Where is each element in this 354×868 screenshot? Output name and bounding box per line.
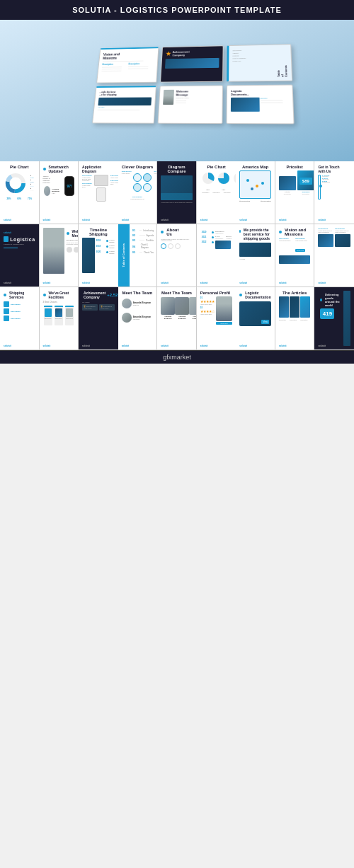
footer-brand-1: solutsit xyxy=(4,219,11,221)
articles-title: The Articles xyxy=(279,291,311,295)
delivering-img xyxy=(343,291,350,346)
choice-1: Description xyxy=(44,306,52,325)
page-header: SOLUTIA - LOGISTICS POWERPOINT TEMPLATE xyxy=(0,0,354,20)
blue-dot-smartwatch xyxy=(43,168,46,170)
footer-brand-2: solutsit xyxy=(43,219,51,221)
meet-team-1-title: Meet The Team xyxy=(122,291,154,295)
price-value: $89 xyxy=(299,178,312,185)
pricelist-title: Pricelist xyxy=(279,165,311,169)
p-slide-welcome[interactable]: WelcomeMessage Fernando Trujillo xyxy=(158,85,223,124)
slide-description[interactable]: Description Lorem ipsum dolor sit amet c… xyxy=(314,224,354,287)
footer-brand-4: solutsit xyxy=(122,219,130,221)
slide-welcome-2[interactable]: WelcomeMessage Fernando Trujillo Lorem i… xyxy=(40,224,79,287)
profil-photo xyxy=(216,296,233,321)
footer-brand-24: solutsit xyxy=(200,345,208,347)
footer-brand-20: solutsit xyxy=(43,345,51,347)
shipping-services-title: ShippingServices xyxy=(9,291,24,299)
gfx-brand: gfxmarket xyxy=(163,354,191,361)
row-4: solutsit Logistica Logistics & Transport… xyxy=(0,224,118,287)
slide-delivering[interactable]: Delivering goodsaround the world 419 sol… xyxy=(314,287,354,349)
row-1: Pie Chart ● 13% ● 49% ● 25% ● 13% xyxy=(0,161,118,224)
phone-image xyxy=(96,187,106,202)
app-diagram-title: Application Diagram xyxy=(82,165,115,173)
slide-smartwatch[interactable]: SmartwatchUpdated Time ismoney inshippin… xyxy=(40,161,79,224)
achievement-stat: +2,523 xyxy=(107,293,118,297)
slide-best-service[interactable]: We provide the best service for shipping… xyxy=(236,224,275,287)
timeline-img xyxy=(82,238,94,273)
slide-get-in-touch[interactable]: Get in Touchwith Us ● Location Lorem ips… xyxy=(314,161,354,224)
footer-brand-23: solutsit xyxy=(161,345,169,347)
mini-pie-2 xyxy=(216,170,232,186)
avatar-smartwatch xyxy=(44,186,51,196)
slide-personal-profil[interactable]: Personal Profil 01 ★★★★★ Lorem ipsum dol… xyxy=(197,287,236,349)
slide-logistic-doc-2[interactable]: LogisticDocumentation View solutsit xyxy=(236,287,275,349)
gfx-watermark-bar: gfxmarket xyxy=(0,350,354,364)
footer-brand-15: solutsit xyxy=(200,282,208,284)
row-6: We provide the best service for shipping… xyxy=(236,224,354,287)
star-icon xyxy=(166,51,171,56)
achievement-title: AchievementCompany xyxy=(84,291,105,299)
p-slide-vision[interactable]: Vision and Missions Description Descript… xyxy=(96,47,159,83)
article-img-3 xyxy=(300,296,310,318)
slide-pricelist[interactable]: Pricelist Starter Description $89 Standa… xyxy=(275,161,315,224)
personal-profil-title: Personal Profil xyxy=(200,291,233,295)
slide-america-map[interactable]: America Map ● Description ● Description … xyxy=(236,161,275,224)
slide-meet-team-1[interactable]: Meet The Team Amanda Bingman Director Am… xyxy=(118,287,158,349)
slides-grid: Pie Chart ● 13% ● 49% ● 25% ● 13% xyxy=(0,161,354,350)
logistica-brand: Logistica xyxy=(10,237,35,242)
clover-diagram xyxy=(133,173,152,192)
slide-facilities[interactable]: We've GreatFacilities 3 Best Choices Des… xyxy=(40,287,79,349)
p-slide-achievement[interactable]: AchievementCompany xyxy=(160,45,224,82)
slide-about-us[interactable]: AboutUs Shipping better is always the dr… xyxy=(157,224,197,287)
row-9: LogisticDocumentation View solutsit The … xyxy=(236,287,354,350)
footer-brand-9: solutsit xyxy=(318,219,326,221)
footer-brand-26: solutsit xyxy=(279,345,287,347)
team-photo-3 xyxy=(189,297,197,315)
slide-meet-team-2[interactable]: Meet The Team Amanda Bingman Amanda Bing… xyxy=(157,287,197,349)
map-area xyxy=(239,170,271,199)
p-slide-logistic-doc[interactable]: LogisticDocumenta... Description xyxy=(227,84,295,124)
person-figure xyxy=(163,89,174,104)
row-7: ShippingServices Description Description… xyxy=(0,287,118,350)
vision-img xyxy=(279,255,311,264)
slide-shipping-services[interactable]: ShippingServices Description Description… xyxy=(0,287,40,349)
facilities-title: We've GreatFacilities xyxy=(49,291,69,299)
footer-brand-6: solutsit xyxy=(200,219,208,221)
header-title: SOLUTIA - LOGISTICS POWERPOINT TEMPLATE xyxy=(72,6,282,14)
footer-brand-27: solutsit xyxy=(318,345,326,347)
footer-brand-8: solutsit xyxy=(279,219,287,221)
slide-logistica[interactable]: solutsit Logistica Logistics & Transport… xyxy=(0,224,40,287)
about-us-title: AboutUs xyxy=(166,228,178,236)
row-8: Meet The Team Amanda Bingman Director Am… xyxy=(118,287,236,350)
footer-brand-16: solutsit xyxy=(239,282,247,284)
slide-timeline[interactable]: Timeline Shipping 2018 Lorem ipsum 2019 … xyxy=(79,224,118,287)
touch-map xyxy=(318,175,321,199)
footer-brand-7: solutsit xyxy=(239,219,247,221)
perspective-grid: Vision and Missions Description Descript… xyxy=(92,44,295,124)
p-slide-shipping[interactable]: ...vide the best...e for shipping Air pl… xyxy=(92,86,156,123)
slide-toc[interactable]: Table of Contents 01 Introducing 02 Agen… xyxy=(118,224,158,287)
get-in-touch-title: Get in Touchwith Us xyxy=(318,165,350,173)
slide-timeline-2[interactable]: 2020 Description Lorem ipsum 2021 1,423 xyxy=(197,224,236,287)
person-image-2 xyxy=(43,228,64,274)
slide-diagram-compare[interactable]: Diagram Compare Lorem ipsum dolor sit am… xyxy=(157,161,197,224)
footer-brand-18: solutsit xyxy=(318,282,326,284)
slide-pie-chart-main[interactable]: Pie Chart ● 13% ● 49% ● 25% ● 13% xyxy=(0,161,40,224)
welcome-2-title: WelcomeMessage xyxy=(72,229,79,238)
slide-pie-chart-2[interactable]: Pie Chart 33% 75% xyxy=(197,161,236,224)
meet-team-2-title: Meet The Team xyxy=(161,291,193,295)
best-service-img xyxy=(239,243,271,257)
footer-brand-10: solutsit xyxy=(4,282,11,284)
delivering-title: Delivering goodsaround the world xyxy=(325,293,340,307)
slide-achievement-company[interactable]: AchievementCompany +2,523 Our Medals 🏆 D… xyxy=(79,287,118,349)
slide-clover[interactable]: Clover Diagram Description Lorem ipsum D… xyxy=(118,161,158,224)
slide-articles[interactable]: The Articles Description Description Des… xyxy=(275,287,315,349)
diagram-compare-title: Diagram Compare xyxy=(161,165,193,173)
logo-mark xyxy=(4,236,8,242)
footer-brand-13: solutsit xyxy=(122,282,130,284)
avatar-1 xyxy=(122,299,132,308)
timeline-title: Timeline Shipping xyxy=(82,228,115,236)
slide-vision-2[interactable]: Vision andMissions Description Lorem ips… xyxy=(275,224,315,287)
p-slide-toc[interactable]: TableofContents Introducing Agenda Portf… xyxy=(227,44,292,81)
slide-app-diagram[interactable]: Application Diagram Description Lorem ip… xyxy=(79,161,118,224)
